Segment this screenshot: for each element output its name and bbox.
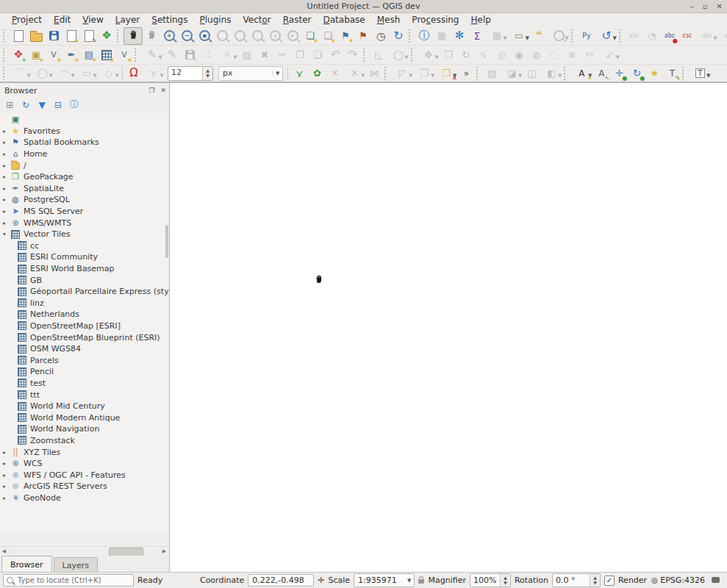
zoom-next[interactable]: ▸: [284, 28, 301, 44]
redo[interactable]: ↷: [344, 47, 362, 63]
browser-item-vt-test[interactable]: test: [0, 378, 168, 390]
dropdown-arrow-icon[interactable]: ▼: [588, 73, 592, 79]
circular-string-curve[interactable]: ⌒▼: [10, 65, 32, 82]
add-selected-layers[interactable]: ⊞: [3, 98, 16, 112]
spin-arrows[interactable]: ▲▼: [500, 574, 510, 587]
browser-item-home[interactable]: ▸⌂Home: [0, 148, 168, 160]
browser-item-vt-openstreetmap-blueprint[interactable]: OpenStreetMap Blueprint (ESRI): [0, 331, 168, 343]
style-manager[interactable]: ❖: [98, 28, 115, 44]
show-hide-labels[interactable]: ★: [645, 65, 663, 82]
copy-features[interactable]: ❐: [291, 47, 309, 63]
save-layer-edits[interactable]: ✎: [181, 47, 198, 63]
snapping-tolerance[interactable]: 12▲▼: [168, 66, 213, 81]
handle-selection-toolbar[interactable]: [384, 67, 388, 80]
extent-toggle-icon[interactable]: ✛: [318, 576, 324, 585]
scale-combo[interactable]: 1:935971 ▼: [354, 573, 415, 587]
digitize-with-segment[interactable]: ∷: [198, 47, 216, 63]
snapping-intersection-disabled[interactable]: ✕: [326, 65, 343, 82]
simplify-feature[interactable]: ∿: [475, 47, 493, 63]
enable-tracing[interactable]: ⋎▼: [143, 65, 165, 82]
rotate-feature[interactable]: ↻: [457, 47, 475, 63]
browser-item-geonode[interactable]: ▸✳GeoNode: [0, 492, 168, 504]
measure-line[interactable]: ▭▼: [508, 28, 530, 44]
pin-unpin-labels[interactable]: A↖: [592, 65, 610, 82]
delete-ring[interactable]: ◌: [545, 47, 563, 63]
locator-box[interactable]: [3, 574, 134, 587]
browser-item-favorites[interactable]: ▸★Favorites: [0, 126, 168, 137]
browser-item-vt-zoomstack[interactable]: Zoomstack: [0, 435, 168, 447]
filter-browser[interactable]: ▼: [35, 98, 49, 112]
menu-processing[interactable]: Processing: [406, 14, 465, 26]
handle-datasource-toolbar[interactable]: [3, 49, 7, 62]
cut-features[interactable]: ✂: [273, 47, 291, 63]
expand-arrow-icon[interactable]: ▾: [3, 231, 10, 237]
dropdown-arrow-icon[interactable]: ▼: [27, 73, 31, 79]
browser-item-vt-linz[interactable]: linz: [0, 298, 168, 309]
snapping-option-disabled[interactable]: ✕▼: [343, 65, 365, 82]
self-snapping-disabled[interactable]: ⋈: [365, 65, 383, 82]
zoom-to-selection[interactable]: [213, 28, 231, 44]
zoom-full-extent[interactable]: ▪: [196, 28, 213, 44]
menu-vector[interactable]: Vector: [237, 14, 277, 26]
expand-arrow-icon[interactable]: ▸: [3, 220, 10, 226]
zoom-to-layer[interactable]: [231, 28, 248, 44]
dropdown-arrow-icon[interactable]: ▼: [518, 73, 522, 79]
dropdown-arrow-icon[interactable]: ▼: [706, 73, 710, 79]
identify-features[interactable]: ⓘ: [415, 28, 433, 44]
magnifier-spin[interactable]: 100% ▲▼: [470, 573, 511, 587]
browser-item-vt-world-navigation[interactable]: World Navigation: [0, 423, 168, 435]
dropdown-arrow-icon[interactable]: ▼: [435, 54, 439, 60]
layer-labeling-disabled[interactable]: abc: [626, 28, 643, 44]
expand-arrow-icon[interactable]: ▸: [3, 185, 10, 192]
menu-view[interactable]: View: [76, 14, 109, 26]
open-attribute-table[interactable]: ▦: [433, 28, 451, 44]
dropdown-arrow-icon[interactable]: ▼: [453, 73, 456, 79]
browser-vertical-scrollbar[interactable]: [165, 225, 168, 258]
browser-item-xyz-tiles[interactable]: ▸⣿XYZ Tiles: [0, 446, 168, 458]
new-mesh-layer[interactable]: ★: [98, 47, 115, 63]
show-layout-manager[interactable]: ✎: [80, 28, 98, 44]
rotation-spin[interactable]: 0.0 ° ▲▼: [552, 573, 601, 587]
circle-tool[interactable]: ◯▼: [32, 65, 54, 82]
dropdown-arrow-icon[interactable]: ▼: [616, 54, 620, 60]
dropdown-arrow-icon[interactable]: ▼: [526, 35, 529, 41]
browser-item-wcs[interactable]: ▸⊛WCS: [0, 458, 168, 470]
dropdown-arrow-icon[interactable]: ▼: [558, 73, 562, 79]
search-features[interactable]: ▼: [548, 28, 570, 44]
browser-item-project-home[interactable]: ▣: [0, 114, 168, 126]
select-features-disabled[interactable]: ◸▼: [391, 65, 413, 82]
deselect-features-disabled[interactable]: ❐▼: [413, 65, 435, 82]
copy-move-feature[interactable]: ❒: [440, 47, 457, 63]
reshape-features[interactable]: ➶▼: [598, 47, 620, 63]
expand-arrow-icon[interactable]: ▸: [3, 208, 10, 215]
browser-item-vt-pencil[interactable]: Pencil: [0, 366, 168, 378]
new-project[interactable]: [10, 28, 27, 44]
current-edits[interactable]: ✎▼: [141, 47, 163, 63]
ellipse-tool[interactable]: ◠▼: [54, 65, 76, 82]
add-part[interactable]: ◉: [510, 47, 528, 63]
dropdown-arrow-icon[interactable]: ▼: [234, 54, 237, 60]
browser-item-vt-osm-wgs84[interactable]: OSM WGS84: [0, 343, 168, 355]
menu-layer[interactable]: Layer: [110, 14, 146, 26]
expand-arrow-icon[interactable]: ▸: [3, 472, 10, 478]
scroll-right-arrow[interactable]: ▶: [160, 548, 168, 554]
dropdown-arrow-icon[interactable]: ▼: [159, 54, 162, 60]
browser-item-vector-tiles[interactable]: ▾Vector Tiles: [0, 229, 168, 240]
dropdown-arrow-icon[interactable]: ▼: [49, 73, 53, 79]
browser-item-vt-world-mid-century[interactable]: World Mid Century: [0, 401, 168, 412]
dropdown-arrow-icon[interactable]: ▼: [409, 73, 412, 79]
zoom-out[interactable]: −: [178, 28, 196, 44]
browser-item-vt-esri-world-basemap[interactable]: ESRI World Basemap: [0, 263, 168, 275]
split-features[interactable]: ✄: [581, 47, 598, 63]
handle-attributes-toolbar[interactable]: [409, 29, 412, 43]
browser-horizontal-scrollbar[interactable]: ◀ ▶: [0, 546, 168, 556]
browser-item-geopackage[interactable]: ▸❒GeoPackage: [0, 171, 168, 183]
browser-item-spatialite[interactable]: ▸✒SpatiaLite: [0, 183, 168, 195]
dropdown-arrow-icon[interactable]: ▼: [71, 73, 75, 79]
avoid-overlap[interactable]: ✿: [308, 65, 326, 82]
data-source-manager[interactable]: ❖+: [10, 47, 27, 63]
browser-item-root-folder[interactable]: ▸/: [0, 159, 168, 171]
processing-toolbox[interactable]: ✻: [451, 28, 468, 44]
menu-settings[interactable]: Settings: [146, 14, 193, 26]
dropdown-arrow-icon[interactable]: ▼: [565, 35, 569, 41]
